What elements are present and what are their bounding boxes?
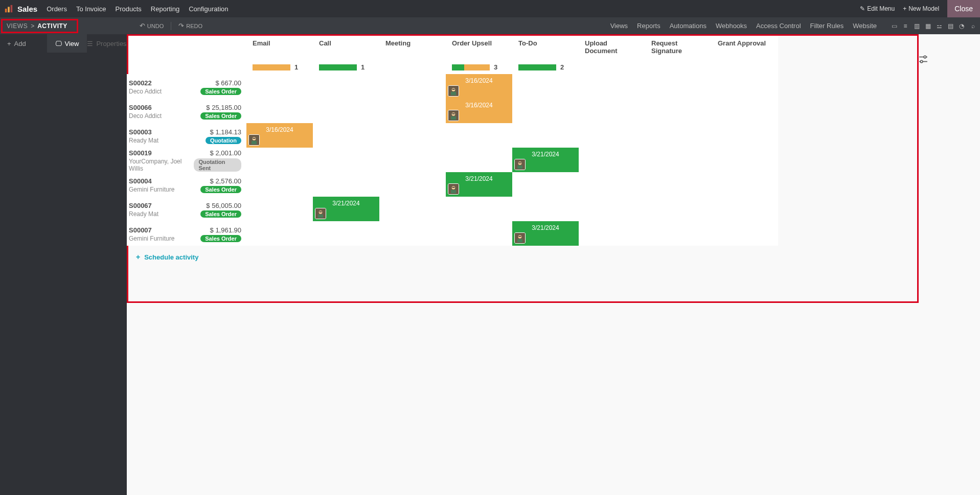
crumb-activity[interactable]: Activity xyxy=(37,22,67,30)
activity-cell[interactable] xyxy=(579,74,645,99)
view-graph-icon[interactable]: ⚍ xyxy=(935,22,943,30)
tb-website[interactable]: Website xyxy=(853,22,877,30)
activity-cell[interactable] xyxy=(446,197,512,221)
crumb-views[interactable]: Views xyxy=(7,22,28,30)
activity-cell[interactable] xyxy=(645,221,712,246)
edit-menu-button[interactable]: ✎Edit Menu xyxy=(860,5,895,12)
activity-cell[interactable] xyxy=(379,123,446,148)
new-model-button[interactable]: +New Model xyxy=(903,5,939,12)
activity-cell[interactable] xyxy=(645,172,712,197)
sidebar-add-button[interactable]: +Add xyxy=(0,34,47,53)
activity-cell[interactable] xyxy=(512,197,579,221)
tb-access-control[interactable]: Access Control xyxy=(756,22,801,30)
record-info[interactable]: S00066$ 25,185.00Deco AddictSales Order xyxy=(127,99,246,123)
activity-cell[interactable]: 3/21/2024 xyxy=(313,197,379,221)
activity-cell[interactable] xyxy=(645,74,712,99)
activity-cell[interactable] xyxy=(579,123,645,148)
activity-card[interactable]: 3/21/2024 xyxy=(512,221,579,246)
activity-cell[interactable]: 3/21/2024 xyxy=(446,172,512,197)
app-brand[interactable]: Sales xyxy=(17,5,37,13)
activity-card[interactable]: 3/16/2024 xyxy=(246,123,313,148)
activity-cell[interactable] xyxy=(246,148,313,172)
activity-cell[interactable] xyxy=(313,172,379,197)
activity-cell[interactable] xyxy=(579,221,645,246)
nav-configuration[interactable]: Configuration xyxy=(189,5,228,13)
view-kanban-icon[interactable]: ▥ xyxy=(913,22,921,30)
activity-cell[interactable] xyxy=(246,197,313,221)
activity-cell[interactable] xyxy=(313,99,379,123)
activity-cell[interactable] xyxy=(579,197,645,221)
activity-cell[interactable] xyxy=(379,99,446,123)
activity-cell[interactable] xyxy=(512,123,579,148)
activity-cell[interactable] xyxy=(379,148,446,172)
nav-orders[interactable]: Orders xyxy=(47,5,67,13)
activity-cell[interactable] xyxy=(712,123,778,148)
tb-views[interactable]: Views xyxy=(610,22,628,30)
activity-cell[interactable] xyxy=(645,197,712,221)
nav-reporting[interactable]: Reporting xyxy=(151,5,179,13)
activity-cell[interactable] xyxy=(246,221,313,246)
nav-products[interactable]: Products xyxy=(115,5,141,13)
activity-cell[interactable] xyxy=(712,172,778,197)
activity-card[interactable]: 3/21/2024 xyxy=(512,148,579,172)
activity-cell[interactable] xyxy=(645,148,712,172)
record-info[interactable]: S00067$ 56,005.00Ready MatSales Order xyxy=(127,197,246,221)
sidebar-properties-tab[interactable]: ☰Properties xyxy=(87,34,127,53)
activity-cell[interactable] xyxy=(512,99,579,123)
view-activity-icon[interactable]: ◔ xyxy=(958,22,966,30)
record-info[interactable]: S00019$ 2,001.00YourCompany, Joel Willis… xyxy=(127,148,246,172)
record-info[interactable]: S00022$ 667.00Deco AddictSales Order xyxy=(127,74,246,99)
record-info[interactable]: S00003$ 1,184.13Ready MatQuotation xyxy=(127,123,246,148)
tb-automations[interactable]: Automations xyxy=(670,22,706,30)
activity-cell[interactable]: 3/21/2024 xyxy=(512,221,579,246)
activity-cell[interactable]: 3/16/2024 xyxy=(446,74,512,99)
activity-cell[interactable] xyxy=(645,99,712,123)
activity-cell[interactable] xyxy=(246,74,313,99)
view-calendar-icon[interactable]: ▦ xyxy=(924,22,932,30)
activity-cell[interactable] xyxy=(712,148,778,172)
activity-cell[interactable] xyxy=(579,99,645,123)
activity-cell[interactable] xyxy=(446,221,512,246)
activity-cell[interactable] xyxy=(379,172,446,197)
activity-cell[interactable]: 3/16/2024 xyxy=(246,123,313,148)
activity-cell[interactable] xyxy=(579,172,645,197)
tb-filter-rules[interactable]: Filter Rules xyxy=(810,22,844,30)
view-pivot-icon[interactable]: ▤ xyxy=(946,22,954,30)
activity-card[interactable]: 3/21/2024 xyxy=(313,197,379,221)
close-button[interactable]: Close xyxy=(947,0,980,17)
activity-cell[interactable] xyxy=(379,74,446,99)
activity-cell[interactable] xyxy=(446,148,512,172)
undo-button[interactable]: ↶Undo xyxy=(140,22,164,30)
view-form-icon[interactable]: ▭ xyxy=(890,22,898,30)
activity-cell[interactable] xyxy=(645,123,712,148)
view-search-icon[interactable]: ⌕ xyxy=(969,22,977,30)
activity-cell[interactable] xyxy=(446,123,512,148)
activity-cell[interactable] xyxy=(712,221,778,246)
activity-cell[interactable] xyxy=(712,74,778,99)
view-list-icon[interactable]: ≡ xyxy=(901,22,909,30)
filter-sliders-icon[interactable] xyxy=(919,55,928,64)
activity-cell[interactable]: 3/21/2024 xyxy=(512,148,579,172)
activity-cell[interactable] xyxy=(313,74,379,99)
activity-cell[interactable] xyxy=(313,148,379,172)
activity-cell[interactable] xyxy=(712,197,778,221)
activity-cell[interactable]: 3/16/2024 xyxy=(446,99,512,123)
activity-card[interactable]: 3/16/2024 xyxy=(446,74,512,99)
nav-to-invoice[interactable]: To Invoice xyxy=(76,5,106,13)
activity-card[interactable]: 3/21/2024 xyxy=(446,172,512,197)
activity-cell[interactable] xyxy=(379,221,446,246)
tb-reports[interactable]: Reports xyxy=(637,22,660,30)
activity-cell[interactable] xyxy=(246,99,313,123)
tb-webhooks[interactable]: Webhooks xyxy=(716,22,747,30)
sidebar-view-tab[interactable]: 🖵View xyxy=(47,34,87,53)
record-info[interactable]: S00007$ 1,961.90Gemini FurnitureSales Or… xyxy=(127,221,246,246)
activity-cell[interactable] xyxy=(579,148,645,172)
activity-cell[interactable] xyxy=(712,99,778,123)
activity-cell[interactable] xyxy=(512,74,579,99)
activity-cell[interactable] xyxy=(246,172,313,197)
record-info[interactable]: S00004$ 2,576.00Gemini FurnitureSales Or… xyxy=(127,172,246,197)
activity-card[interactable]: 3/16/2024 xyxy=(446,99,512,123)
activity-cell[interactable] xyxy=(512,172,579,197)
activity-cell[interactable] xyxy=(313,123,379,148)
redo-button[interactable]: ↷Redo xyxy=(178,22,202,30)
